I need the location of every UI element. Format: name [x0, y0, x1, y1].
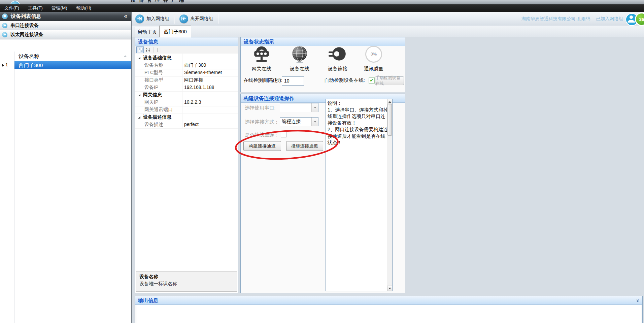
scroll-down-icon[interactable]: [387, 286, 392, 291]
output-title: 输出信息: [138, 297, 158, 303]
window-title: 设备管理客户端: [131, 0, 187, 3]
device-info-header: 设备信息: [135, 37, 238, 46]
menu-bar: 文件(F) 工具(T) 管理(M) 帮助(H): [0, 4, 644, 12]
collapse-sidebar-button[interactable]: «: [124, 13, 127, 20]
note-line: 线重连操作选项只对串口连: [326, 113, 387, 120]
auto-detect-checkbox[interactable]: ✔: [369, 77, 375, 84]
svg-text:Z: Z: [146, 50, 147, 52]
scroll-up-icon[interactable]: [387, 99, 392, 104]
property-description: 设备唯一标识名称: [139, 281, 177, 287]
device-info-panel: 设备信息 AZ 设备基础信息 设备名称 西门子300: [135, 37, 238, 293]
ethernet-device-icon: [2, 32, 7, 37]
sidebar-group-label: 以太网连接设备: [10, 32, 43, 38]
indicator-comm-quality: 0% 通讯质量: [358, 45, 390, 72]
device-name-cell: 西门子300: [14, 61, 131, 69]
svg-text:A: A: [146, 47, 147, 50]
property-row[interactable]: 设备描述 perfect: [135, 121, 238, 129]
interval-input[interactable]: [282, 76, 304, 86]
categorized-view-icon[interactable]: [136, 46, 144, 53]
indicator-device-online: 设备在线: [283, 45, 316, 72]
property-grid: 设备基础信息 设备名称 西门子300 PLC型号 Siemens-Etherne…: [135, 54, 238, 270]
auto-detect-label: 自动检测设备在线:: [324, 76, 365, 85]
property-row[interactable]: 设备IP 192.168.1.188: [135, 84, 238, 92]
connect-mode-value: 编程连接: [282, 119, 301, 125]
category-collapse-icon[interactable]: [138, 116, 140, 119]
sidebar-group-label: 串口连接设备: [10, 23, 39, 29]
app-window: 设备管理客户端 文件(F) 工具(T) 管理(M) 帮助(H) 设备列表信息 «…: [0, 0, 644, 323]
category-row[interactable]: 网关信息: [135, 91, 238, 99]
leave-network-button[interactable]: 离开网络组: [176, 13, 217, 25]
property-name: 设备名称: [139, 274, 158, 280]
dropdown-icon[interactable]: [311, 118, 318, 126]
reconnect-checkbox[interactable]: [281, 132, 286, 137]
main-toolbar: 加入网络组 离开网络组 湖南华辰智通科技有限公司:孔雨绵 已加入网络组: [132, 12, 644, 26]
title-bar: 设备管理客户端: [0, 0, 644, 4]
instructions-box: 说明： 1、选择串口、连接方式和掉 线重连操作选项只对串口连 接设备有效！ 2、…: [326, 99, 393, 291]
leave-network-label: 离开网络组: [191, 16, 213, 22]
alphabetical-sort-icon[interactable]: AZ: [144, 46, 152, 53]
join-network-label: 加入网络组: [146, 16, 169, 22]
tab-home[interactable]: 启动主页: [135, 27, 160, 37]
globe-icon: [290, 45, 309, 64]
connect-mode-label: 选择连接方式：: [245, 119, 279, 125]
category-collapse-icon[interactable]: [138, 94, 140, 96]
category-row[interactable]: 设备基础信息: [135, 54, 238, 62]
build-channel-button[interactable]: 构建连接通道: [243, 141, 281, 151]
category-row[interactable]: 设备描述信息: [135, 114, 238, 121]
network-join-icon: [135, 14, 144, 23]
note-line: 2、网口连接设备需要构建连: [326, 126, 387, 133]
manual-detect-button[interactable]: 手动检测设备在线: [375, 76, 404, 85]
serial-port-combobox[interactable]: [280, 103, 318, 112]
tab-device-siemens300[interactable]: 西门子300: [159, 26, 191, 37]
plug-icon: [328, 45, 347, 64]
menu-file[interactable]: 文件(F): [0, 4, 24, 12]
connection-channel-panel: 构建设备连接通道操作 选择使用串口: 选择连接方式： 编程连接 是否掉线重连： …: [240, 94, 405, 293]
dropdown-icon[interactable]: [311, 103, 318, 112]
sidebar-title: 设备列表信息: [11, 13, 41, 20]
toolbar-separator: [174, 14, 175, 24]
property-row[interactable]: 网关通讯端口: [135, 106, 238, 114]
category-collapse-icon[interactable]: [138, 57, 140, 59]
quality-ring-icon: 0%: [365, 46, 382, 63]
toolbar-separator: [218, 14, 218, 24]
property-row[interactable]: 设备名称 西门子300: [135, 62, 238, 69]
interval-label: 在线检测间隔(秒):: [243, 76, 282, 85]
serial-device-icon: [2, 23, 7, 28]
serial-port-label: 选择使用串口:: [245, 105, 276, 111]
menu-help[interactable]: 帮助(H): [72, 4, 96, 12]
collapse-output-icon[interactable]: «: [633, 299, 641, 302]
output-panel: 输出信息 «: [135, 296, 643, 323]
sort-up-icon: [124, 55, 127, 57]
connect-mode-combobox[interactable]: 编程连接: [280, 117, 318, 126]
note-line: 接设备有效！: [326, 120, 387, 127]
quality-percent: 0%: [371, 52, 377, 57]
output-panel-header: 输出信息 «: [135, 296, 642, 305]
column-device-name: 设备名称: [19, 53, 39, 60]
current-row-icon: [2, 64, 4, 67]
sidebar-header: 设备列表信息 «: [0, 12, 131, 21]
sidebar-group-ethernet[interactable]: 以太网连接设备: [0, 30, 131, 39]
property-row[interactable]: 接口类型 网口连接: [135, 76, 238, 84]
join-network-button[interactable]: 加入网络组: [132, 13, 173, 25]
menu-manage[interactable]: 管理(M): [47, 4, 72, 12]
device-status-panel: 设备状态指示 网关在线: [240, 37, 405, 92]
indicator-device-connect: 设备连接: [321, 45, 354, 72]
revoke-channel-button[interactable]: 撤销连接通道: [286, 141, 323, 151]
property-grid-toolbar: AZ: [135, 46, 238, 54]
note-line: 说明：: [326, 100, 387, 107]
property-row[interactable]: 网关IP 10.2.2.3: [135, 99, 238, 106]
sidebar-group-serial[interactable]: 串口连接设备: [0, 21, 131, 30]
toolbar-separator: [154, 47, 154, 53]
device-row-selected[interactable]: 1 西门子300: [0, 61, 131, 69]
note-scrollbar[interactable]: [387, 99, 392, 291]
menu-tools[interactable]: 工具(T): [24, 4, 47, 12]
device-table-header[interactable]: 设备名称: [0, 52, 131, 61]
property-row[interactable]: PLC型号 Siemens-Ethernet: [135, 69, 238, 77]
property-pages-icon: [156, 46, 163, 53]
row-number-divider: [14, 52, 14, 323]
property-description-box: 设备名称 设备唯一标识名称: [136, 271, 237, 292]
scrollbar-thumb[interactable]: [387, 104, 392, 136]
gateway-router-icon: [252, 45, 271, 64]
device-table: 设备名称 1 西门子300: [0, 52, 131, 323]
note-line: 接通道后才能看到是否在线: [326, 133, 387, 140]
